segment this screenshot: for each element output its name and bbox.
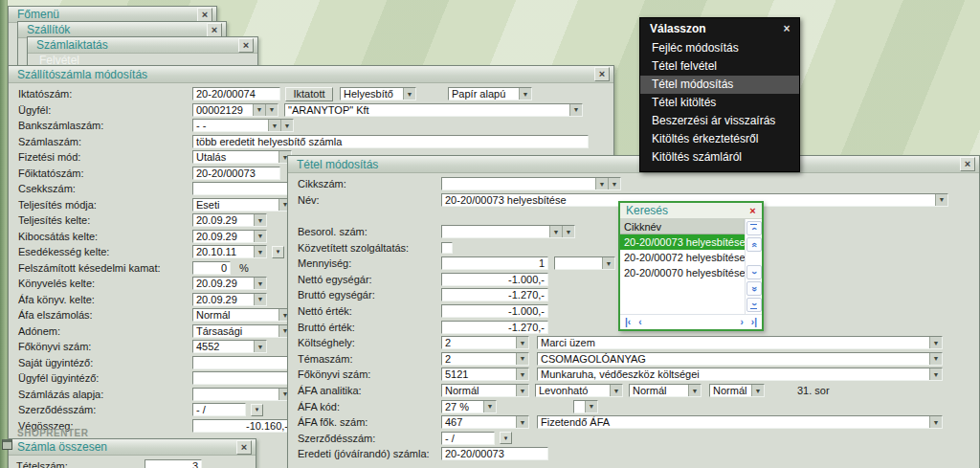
- afa-analitika-select[interactable]: Levonható▼: [535, 384, 623, 397]
- last-page-button[interactable]: ›|: [751, 317, 757, 327]
- nev-dropdown-arrow-icon[interactable]: ▼: [935, 194, 947, 206]
- next-page-button[interactable]: ›: [741, 317, 744, 327]
- netto-ertek-input[interactable]: -1.000,-: [441, 304, 548, 318]
- adonem-select[interactable]: Társasági▼: [192, 324, 292, 338]
- search-result-row[interactable]: 20-20/00070 helyesbítése: [620, 265, 745, 280]
- besorol-szam-select[interactable]: ▼▼: [441, 225, 575, 238]
- close-icon[interactable]: ×: [197, 8, 212, 22]
- invoice-filing-titlebar[interactable]: Számlaiktatás ×: [28, 37, 257, 54]
- temaszam-select[interactable]: 2▼: [441, 352, 529, 366]
- afa-analitika-select[interactable]: Normál▼: [709, 384, 765, 397]
- szerzodesszam-input[interactable]: - /: [192, 403, 246, 416]
- ugyfel-dropdown-arrow-icon[interactable]: ▼: [265, 104, 278, 116]
- invoice-total-titlebar[interactable]: Számla összesen ×: [9, 439, 256, 456]
- vegosszeg-input[interactable]: -10.160,-: [192, 419, 292, 433]
- konyveles-kelte-dropdown-arrow-icon[interactable]: ▼: [254, 278, 266, 289]
- koltseghely-dropdown-arrow-icon[interactable]: ▼: [516, 337, 528, 348]
- chooser-item-1[interactable]: Tétel felvétel: [640, 57, 799, 76]
- brutto-ertek-input[interactable]: -1.270,-: [441, 321, 548, 334]
- kibocsatas-kelte-dropdown-arrow-icon[interactable]: ▼: [254, 231, 266, 242]
- mennyiseg-input[interactable]: 1: [441, 256, 548, 270]
- afa-kod-select[interactable]: ▼: [573, 400, 598, 413]
- koltseghely-dropdown-arrow-icon[interactable]: ▼: [929, 337, 942, 348]
- afa-konyv-kelte-select[interactable]: 20.09.29▼: [192, 293, 267, 306]
- search-result-row[interactable]: 20-20/00072 helyesbítése: [620, 250, 745, 265]
- chooser-item-2[interactable]: Tétel módosítás: [640, 76, 799, 94]
- afa-analitika-dropdown-arrow-icon[interactable]: ▼: [688, 385, 701, 396]
- close-icon[interactable]: ×: [746, 205, 759, 216]
- esedekesseg-kelte-picker-button[interactable]: ▾: [272, 246, 284, 258]
- page-down-icon[interactable]: »: [746, 281, 762, 296]
- item-szerzodesszam-picker-button[interactable]: ▾: [500, 432, 512, 444]
- ugyfel-dropdown-arrow-icon[interactable]: ▼: [253, 104, 265, 116]
- search-result-row[interactable]: 20-20/00073 helyesbítése: [620, 234, 745, 250]
- cikkszam-select[interactable]: ▼▼: [441, 177, 621, 190]
- bankszamlaszam-dropdown-arrow-icon[interactable]: ▼: [280, 120, 293, 131]
- taskbar-window-icon[interactable]: [2, 439, 12, 450]
- close-icon[interactable]: ×: [207, 23, 222, 37]
- iktatoszam-dropdown-arrow-icon[interactable]: ▼: [403, 88, 415, 100]
- iktatoszam-select[interactable]: Papír alapú▼: [448, 87, 532, 100]
- chooser-item-0[interactable]: Fejléc módosítás: [640, 39, 799, 57]
- afa-fok-szam-select[interactable]: 467▼: [441, 415, 529, 429]
- szamlaszam-input[interactable]: több eredetit helyesbítő számla: [192, 135, 589, 148]
- tetelszam-input[interactable]: 3: [145, 459, 202, 468]
- prev-page-button[interactable]: ‹: [638, 317, 641, 327]
- bankszamlaszam-select[interactable]: - -▼▼: [192, 119, 294, 132]
- afa-konyv-kelte-dropdown-arrow-icon[interactable]: ▼: [254, 294, 266, 305]
- afa-analitika-dropdown-arrow-icon[interactable]: ▼: [751, 385, 764, 396]
- teljesites-modja-select[interactable]: Eseti▼: [192, 198, 292, 212]
- item-edit-titlebar[interactable]: Tétel módosítás ×: [288, 156, 979, 173]
- temaszam-select[interactable]: CSOMAGOLÓANYAG▼: [537, 352, 943, 366]
- kesedelmi-kamat-input[interactable]: 0: [192, 261, 231, 275]
- ugyfel-select[interactable]: "ARANYTOP" Kft▼: [284, 103, 583, 117]
- chooser-item-3[interactable]: Tétel kitöltés: [640, 94, 799, 112]
- afa-kod-select[interactable]: 27 %▼: [441, 400, 497, 413]
- esedekesseg-kelte-select[interactable]: 20.10.11▼: [192, 245, 267, 258]
- konyveles-kelte-select[interactable]: 20.09.29▼: [192, 277, 267, 290]
- item-fokonyvi-szam-select[interactable]: 5121▼: [441, 368, 529, 381]
- afa-elszamolas-select[interactable]: Normál▼: [192, 308, 292, 322]
- eredeti-szamla-input[interactable]: 20-20/00073: [441, 447, 548, 460]
- iktatoszam-input[interactable]: 20-20/00074: [192, 87, 280, 100]
- cikkszam-dropdown-arrow-icon[interactable]: ▼: [595, 178, 608, 189]
- chooser-item-6[interactable]: Kitöltés számláról: [640, 148, 799, 167]
- scroll-to-bottom-icon[interactable]: ›: [746, 298, 762, 312]
- supplier-invoice-titlebar[interactable]: Szállítószámla módosítás ×: [9, 66, 613, 83]
- afa-analitika-dropdown-arrow-icon[interactable]: ▼: [610, 385, 622, 396]
- szerzodesszam-picker-button[interactable]: ▾: [251, 404, 263, 416]
- close-icon[interactable]: ×: [238, 38, 254, 53]
- kibocsatas-kelte-select[interactable]: 20.09.29▼: [192, 230, 267, 243]
- afa-analitika-select[interactable]: Normál▼: [629, 384, 702, 397]
- fizetesi-mod-select[interactable]: Utalás▼: [192, 150, 292, 164]
- esedekesseg-kelte-dropdown-arrow-icon[interactable]: ▼: [254, 246, 266, 257]
- scroll-down-icon[interactable]: ›: [746, 265, 762, 279]
- afa-kod-dropdown-arrow-icon[interactable]: ▼: [585, 401, 597, 412]
- item-fokonyvi-szam-dropdown-arrow-icon[interactable]: ▼: [516, 368, 528, 380]
- page-up-icon[interactable]: «: [746, 237, 762, 252]
- foiktatoszam-input[interactable]: 20-20/00073: [192, 167, 280, 180]
- kozvetitett-szolgaltatas-checkbox[interactable]: [441, 242, 453, 254]
- scroll-to-top-icon[interactable]: ‹: [746, 221, 762, 235]
- first-page-button[interactable]: |‹: [625, 317, 631, 327]
- afa-fok-szam-dropdown-arrow-icon[interactable]: ▼: [929, 416, 942, 428]
- afa-fok-szam-dropdown-arrow-icon[interactable]: ▼: [516, 416, 528, 428]
- brutto-egysegar-input[interactable]: -1.270,-: [441, 288, 548, 301]
- iktatoszam-button[interactable]: Iktatott: [285, 87, 333, 101]
- temaszam-dropdown-arrow-icon[interactable]: ▼: [929, 353, 942, 365]
- close-icon[interactable]: ×: [236, 440, 252, 455]
- bankszamlaszam-dropdown-arrow-icon[interactable]: ▼: [268, 120, 280, 131]
- afa-kod-dropdown-arrow-icon[interactable]: ▼: [483, 401, 496, 412]
- iktatoszam-select[interactable]: Helyesbítő▼: [340, 87, 416, 100]
- afa-analitika-select[interactable]: Normál▼: [441, 384, 529, 397]
- koltseghely-select[interactable]: 2▼: [441, 336, 529, 349]
- iktatoszam-dropdown-arrow-icon[interactable]: ▼: [519, 88, 531, 100]
- teljesites-kelte-select[interactable]: 20.09.29▼: [192, 213, 267, 227]
- fokonyvi-szam-select[interactable]: 4552▼: [192, 340, 267, 353]
- ugyfel-select[interactable]: 00002129▼▼: [192, 103, 278, 117]
- item-fokonyvi-szam-select[interactable]: Munkaruha, védőeszköz költségei▼: [537, 368, 943, 381]
- chooser-titlebar[interactable]: Válasszon ×: [640, 18, 799, 39]
- chooser-item-5[interactable]: Kitöltés érkeztetésről: [640, 130, 799, 148]
- koltseghely-select[interactable]: Marci üzem▼: [537, 336, 943, 349]
- mennyiseg-dropdown-arrow-icon[interactable]: ▼: [602, 257, 614, 269]
